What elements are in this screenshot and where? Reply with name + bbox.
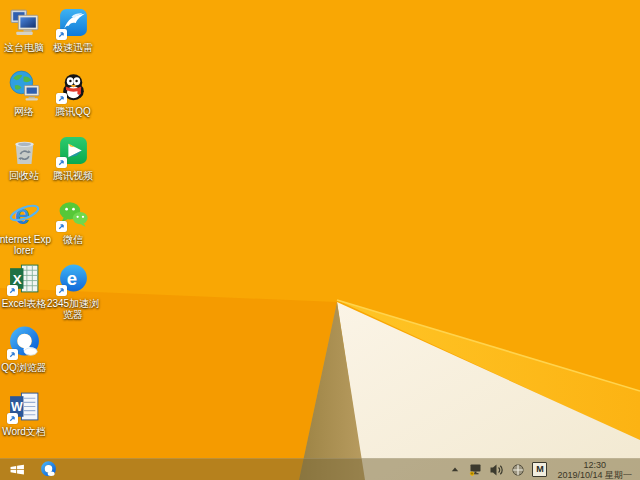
desktop-icon-label: 微信 bbox=[46, 234, 100, 245]
show-hidden-icons-button[interactable] bbox=[448, 463, 462, 477]
desktop-icon-label: 这台电脑 bbox=[0, 42, 51, 53]
start-button[interactable] bbox=[0, 459, 34, 480]
desktop-icon-network[interactable]: 网络 bbox=[0, 70, 51, 117]
desktop-icon-word[interactable]: W Word文档 bbox=[0, 390, 51, 437]
shortcut-arrow-icon bbox=[56, 285, 67, 296]
taskbar-pinned-qq-browser[interactable] bbox=[34, 459, 62, 480]
tencent-qq-icon bbox=[57, 70, 90, 103]
shortcut-arrow-icon bbox=[56, 221, 67, 232]
chevron-up-icon bbox=[451, 466, 459, 474]
shortcut-arrow-icon bbox=[56, 157, 67, 168]
shortcut-arrow-icon bbox=[56, 93, 67, 104]
desktop-icon-label: 极速迅雷 bbox=[46, 42, 100, 53]
volume-icon[interactable] bbox=[490, 463, 504, 477]
qq-browser-icon bbox=[40, 461, 57, 478]
svg-text:e: e bbox=[66, 268, 76, 289]
word-icon: W bbox=[8, 390, 41, 423]
svg-text:e: e bbox=[14, 200, 29, 230]
shortcut-arrow-icon bbox=[7, 349, 18, 360]
taskbar: M 12:30 2019/10/14 星期一 bbox=[0, 458, 640, 480]
excel-icon: X bbox=[8, 262, 41, 295]
desktop-icon-label: QQ浏览器 bbox=[0, 362, 51, 373]
desktop-icon-label: 网络 bbox=[0, 106, 51, 117]
shortcut-arrow-icon bbox=[7, 413, 18, 424]
this-pc-icon bbox=[8, 6, 41, 39]
desktop-icon-label: 腾讯视频 bbox=[46, 170, 100, 181]
clock-date: 2019/10/14 星期一 bbox=[557, 470, 632, 480]
input-method-indicator[interactable]: M bbox=[532, 462, 547, 477]
desktop-icon-tencent-video[interactable]: 腾讯视频 bbox=[46, 134, 100, 181]
network-status-icon[interactable] bbox=[469, 463, 483, 477]
tencent-video-icon bbox=[57, 134, 90, 167]
desktop-icon-label: Word文档 bbox=[0, 426, 51, 437]
desktop-icon-qq-browser[interactable]: QQ浏览器 bbox=[0, 326, 51, 373]
shortcut-arrow-icon bbox=[56, 29, 67, 40]
windows-logo-icon bbox=[9, 462, 26, 477]
taskbar-clock[interactable]: 12:30 2019/10/14 星期一 bbox=[554, 460, 635, 480]
desktop-icon-this-pc[interactable]: 这台电脑 bbox=[0, 6, 51, 53]
browser-2345-icon: e bbox=[57, 262, 90, 295]
desktop-icon-excel[interactable]: X Excel表格 bbox=[0, 262, 51, 309]
wechat-icon bbox=[57, 198, 90, 231]
desktop-icon-internet-explorer[interactable]: e Internet Explorer bbox=[0, 198, 51, 256]
desktop-icon-label: Internet Explorer bbox=[0, 234, 51, 256]
clock-time: 12:30 bbox=[557, 460, 632, 470]
desktop-icon-label: Excel表格 bbox=[0, 298, 51, 309]
desktop-icon-xunlei-speed[interactable]: 极速迅雷 bbox=[46, 6, 100, 53]
system-tray: M 12:30 2019/10/14 星期一 bbox=[448, 460, 640, 480]
desktop-icon-label: 腾讯QQ bbox=[46, 106, 100, 117]
desktop-icon-browser-2345[interactable]: e 2345加速浏览器 bbox=[46, 262, 100, 320]
desktop-icon-wechat[interactable]: 微信 bbox=[46, 198, 100, 245]
tray-utility-icon[interactable] bbox=[511, 463, 525, 477]
qq-browser-icon bbox=[8, 326, 41, 359]
desktop-icon-tencent-qq[interactable]: 腾讯QQ bbox=[46, 70, 100, 117]
network-icon bbox=[8, 70, 41, 103]
desktop-icon-recycle-bin[interactable]: 回收站 bbox=[0, 134, 51, 181]
internet-explorer-icon: e bbox=[8, 198, 41, 231]
desktop-icon-label: 2345加速浏览器 bbox=[46, 298, 100, 320]
desktop[interactable]: 这台电脑 网络 bbox=[0, 0, 640, 480]
desktop-icon-label: 回收站 bbox=[0, 170, 51, 181]
recycle-bin-icon bbox=[8, 134, 41, 167]
xunlei-speed-icon bbox=[57, 6, 90, 39]
shortcut-arrow-icon bbox=[7, 285, 18, 296]
